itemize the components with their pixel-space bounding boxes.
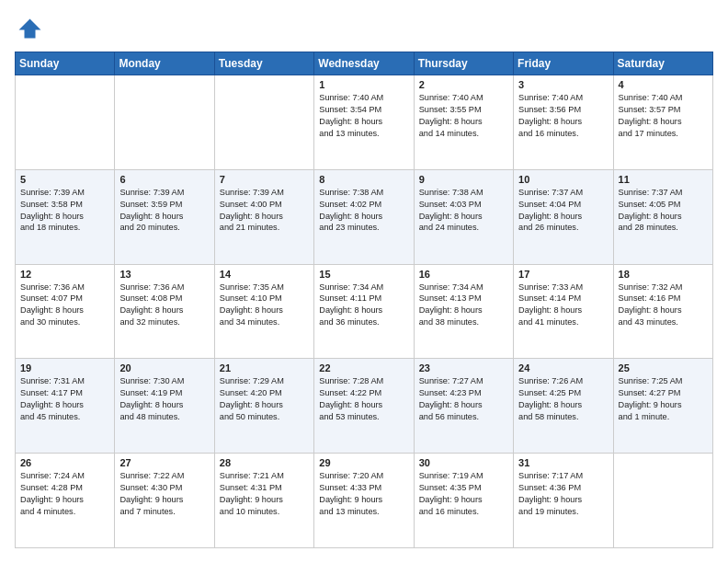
- week-row-1: 1Sunrise: 7:40 AM Sunset: 3:54 PM Daylig…: [16, 75, 713, 170]
- day-cell: 12Sunrise: 7:36 AM Sunset: 4:07 PM Dayli…: [16, 264, 115, 359]
- week-row-5: 26Sunrise: 7:24 AM Sunset: 4:28 PM Dayli…: [16, 454, 713, 548]
- day-info: Sunrise: 7:38 AM Sunset: 4:03 PM Dayligh…: [419, 187, 508, 235]
- col-header-friday: Friday: [514, 52, 613, 75]
- day-cell: 10Sunrise: 7:37 AM Sunset: 4:04 PM Dayli…: [514, 169, 613, 264]
- day-number: 5: [20, 174, 109, 185]
- day-number: 31: [518, 457, 608, 468]
- day-number: 4: [619, 79, 708, 90]
- day-cell: 11Sunrise: 7:37 AM Sunset: 4:05 PM Dayli…: [613, 169, 712, 264]
- day-number: 23: [419, 362, 508, 373]
- day-info: Sunrise: 7:34 AM Sunset: 4:11 PM Dayligh…: [319, 282, 408, 329]
- col-header-tuesday: Tuesday: [214, 52, 313, 75]
- col-header-sunday: Sunday: [16, 52, 115, 75]
- day-info: Sunrise: 7:19 AM Sunset: 4:35 PM Dayligh…: [419, 470, 508, 518]
- day-info: Sunrise: 7:40 AM Sunset: 3:54 PM Dayligh…: [319, 92, 408, 140]
- day-cell: [214, 75, 313, 170]
- logo: [15, 15, 46, 42]
- day-info: Sunrise: 7:25 AM Sunset: 4:27 PM Dayligh…: [619, 375, 708, 423]
- day-cell: 28Sunrise: 7:21 AM Sunset: 4:31 PM Dayli…: [214, 454, 313, 548]
- day-cell: 5Sunrise: 7:39 AM Sunset: 3:58 PM Daylig…: [16, 169, 115, 264]
- day-number: 16: [419, 269, 508, 280]
- day-number: 14: [220, 269, 309, 280]
- header-row: SundayMondayTuesdayWednesdayThursdayFrid…: [16, 52, 713, 75]
- day-number: 3: [518, 79, 608, 90]
- day-number: 15: [319, 269, 408, 280]
- day-info: Sunrise: 7:34 AM Sunset: 4:13 PM Dayligh…: [419, 282, 508, 329]
- day-cell: 21Sunrise: 7:29 AM Sunset: 4:20 PM Dayli…: [214, 359, 313, 454]
- page: SundayMondayTuesdayWednesdayThursdayFrid…: [0, 0, 728, 563]
- day-cell: 20Sunrise: 7:30 AM Sunset: 4:19 PM Dayli…: [115, 359, 214, 454]
- day-number: 9: [419, 174, 508, 185]
- day-info: Sunrise: 7:31 AM Sunset: 4:17 PM Dayligh…: [20, 375, 109, 423]
- day-info: Sunrise: 7:24 AM Sunset: 4:28 PM Dayligh…: [20, 470, 109, 518]
- day-cell: 29Sunrise: 7:20 AM Sunset: 4:33 PM Dayli…: [314, 454, 414, 548]
- day-info: Sunrise: 7:40 AM Sunset: 3:55 PM Dayligh…: [419, 92, 508, 140]
- day-number: 18: [619, 269, 708, 280]
- day-cell: 7Sunrise: 7:39 AM Sunset: 4:00 PM Daylig…: [214, 169, 313, 264]
- day-number: 24: [518, 362, 608, 373]
- col-header-wednesday: Wednesday: [314, 52, 414, 75]
- day-info: Sunrise: 7:35 AM Sunset: 4:10 PM Dayligh…: [220, 282, 309, 329]
- day-cell: 23Sunrise: 7:27 AM Sunset: 4:23 PM Dayli…: [414, 359, 513, 454]
- day-cell: 13Sunrise: 7:36 AM Sunset: 4:08 PM Dayli…: [115, 264, 214, 359]
- day-cell: 9Sunrise: 7:38 AM Sunset: 4:03 PM Daylig…: [414, 169, 513, 264]
- day-info: Sunrise: 7:32 AM Sunset: 4:16 PM Dayligh…: [619, 282, 708, 329]
- day-info: Sunrise: 7:40 AM Sunset: 3:56 PM Dayligh…: [518, 92, 608, 140]
- day-info: Sunrise: 7:17 AM Sunset: 4:36 PM Dayligh…: [518, 470, 608, 518]
- col-header-thursday: Thursday: [414, 52, 513, 75]
- day-cell: [613, 454, 712, 548]
- day-cell: 17Sunrise: 7:33 AM Sunset: 4:14 PM Dayli…: [514, 264, 613, 359]
- day-cell: 8Sunrise: 7:38 AM Sunset: 4:02 PM Daylig…: [314, 169, 414, 264]
- week-row-3: 12Sunrise: 7:36 AM Sunset: 4:07 PM Dayli…: [16, 264, 713, 359]
- day-number: 29: [319, 457, 408, 468]
- day-cell: [16, 75, 115, 170]
- day-number: 10: [518, 174, 608, 185]
- day-number: 28: [220, 457, 309, 468]
- day-number: 8: [319, 174, 408, 185]
- day-info: Sunrise: 7:33 AM Sunset: 4:14 PM Dayligh…: [518, 282, 608, 329]
- day-cell: 31Sunrise: 7:17 AM Sunset: 4:36 PM Dayli…: [514, 454, 613, 548]
- day-number: 1: [319, 79, 408, 90]
- day-info: Sunrise: 7:39 AM Sunset: 3:59 PM Dayligh…: [119, 187, 209, 235]
- day-info: Sunrise: 7:37 AM Sunset: 4:05 PM Dayligh…: [619, 187, 708, 235]
- day-number: 13: [119, 269, 209, 280]
- calendar-table: SundayMondayTuesdayWednesdayThursdayFrid…: [15, 52, 713, 548]
- svg-marker-0: [19, 19, 41, 39]
- header: [15, 15, 713, 42]
- day-cell: 25Sunrise: 7:25 AM Sunset: 4:27 PM Dayli…: [613, 359, 712, 454]
- day-cell: [115, 75, 214, 170]
- day-number: 25: [619, 362, 708, 373]
- day-cell: 27Sunrise: 7:22 AM Sunset: 4:30 PM Dayli…: [115, 454, 214, 548]
- day-info: Sunrise: 7:29 AM Sunset: 4:20 PM Dayligh…: [220, 375, 309, 423]
- day-info: Sunrise: 7:36 AM Sunset: 4:07 PM Dayligh…: [20, 282, 109, 329]
- day-cell: 18Sunrise: 7:32 AM Sunset: 4:16 PM Dayli…: [613, 264, 712, 359]
- day-info: Sunrise: 7:22 AM Sunset: 4:30 PM Dayligh…: [119, 470, 209, 518]
- day-cell: 4Sunrise: 7:40 AM Sunset: 3:57 PM Daylig…: [613, 75, 712, 170]
- day-info: Sunrise: 7:20 AM Sunset: 4:33 PM Dayligh…: [319, 470, 408, 518]
- day-number: 30: [419, 457, 508, 468]
- week-row-2: 5Sunrise: 7:39 AM Sunset: 3:58 PM Daylig…: [16, 169, 713, 264]
- day-cell: 16Sunrise: 7:34 AM Sunset: 4:13 PM Dayli…: [414, 264, 513, 359]
- day-info: Sunrise: 7:40 AM Sunset: 3:57 PM Dayligh…: [619, 92, 708, 140]
- day-number: 19: [20, 362, 109, 373]
- day-number: 11: [619, 174, 708, 185]
- day-number: 2: [419, 79, 508, 90]
- day-cell: 30Sunrise: 7:19 AM Sunset: 4:35 PM Dayli…: [414, 454, 513, 548]
- day-cell: 22Sunrise: 7:28 AM Sunset: 4:22 PM Dayli…: [314, 359, 414, 454]
- day-info: Sunrise: 7:36 AM Sunset: 4:08 PM Dayligh…: [119, 282, 209, 329]
- col-header-monday: Monday: [115, 52, 214, 75]
- day-number: 6: [119, 174, 209, 185]
- week-row-4: 19Sunrise: 7:31 AM Sunset: 4:17 PM Dayli…: [16, 359, 713, 454]
- day-cell: 3Sunrise: 7:40 AM Sunset: 3:56 PM Daylig…: [514, 75, 613, 170]
- day-cell: 24Sunrise: 7:26 AM Sunset: 4:25 PM Dayli…: [514, 359, 613, 454]
- day-cell: 19Sunrise: 7:31 AM Sunset: 4:17 PM Dayli…: [16, 359, 115, 454]
- day-info: Sunrise: 7:38 AM Sunset: 4:02 PM Dayligh…: [319, 187, 408, 235]
- day-cell: 14Sunrise: 7:35 AM Sunset: 4:10 PM Dayli…: [214, 264, 313, 359]
- day-info: Sunrise: 7:28 AM Sunset: 4:22 PM Dayligh…: [319, 375, 408, 423]
- day-info: Sunrise: 7:37 AM Sunset: 4:04 PM Dayligh…: [518, 187, 608, 235]
- day-cell: 26Sunrise: 7:24 AM Sunset: 4:28 PM Dayli…: [16, 454, 115, 548]
- day-number: 12: [20, 269, 109, 280]
- col-header-saturday: Saturday: [613, 52, 712, 75]
- day-info: Sunrise: 7:39 AM Sunset: 3:58 PM Dayligh…: [20, 187, 109, 235]
- day-info: Sunrise: 7:27 AM Sunset: 4:23 PM Dayligh…: [419, 375, 508, 423]
